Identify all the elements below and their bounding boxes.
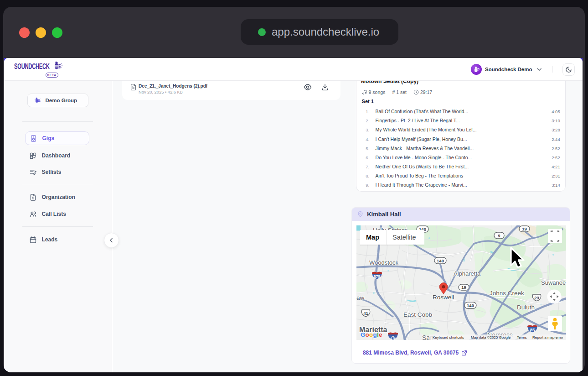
svg-text:Satellite: Satellite [392, 234, 416, 241]
svg-text:140: 140 [437, 258, 444, 263]
svg-text:Suwanee: Suwanee [541, 279, 566, 286]
svg-text:575: 575 [374, 274, 381, 278]
svg-text:Alpharetta: Alpharetta [454, 270, 481, 277]
svg-text:Roswell: Roswell [433, 294, 454, 301]
svg-text:g: g [373, 331, 377, 338]
svg-text:19: 19 [522, 226, 527, 231]
svg-text:75: 75 [391, 334, 396, 339]
svg-text:G: G [361, 331, 366, 338]
svg-text:Map data ©2025 Google: Map data ©2025 Google [471, 335, 511, 339]
svg-text:9: 9 [498, 233, 500, 238]
svg-text:Terms: Terms [517, 335, 527, 339]
svg-text:Keyboard shortcuts: Keyboard shortcuts [433, 335, 464, 339]
svg-text:85: 85 [530, 327, 535, 332]
svg-text:140: 140 [467, 303, 475, 308]
svg-text:o: o [366, 331, 369, 338]
svg-text:Map: Map [366, 234, 379, 241]
svg-text:Duluth: Duluth [517, 304, 535, 311]
svg-text:aw: aw [356, 294, 365, 301]
svg-text:Johns Creek: Johns Creek [490, 290, 524, 297]
svg-text:East Cobb: East Cobb [403, 311, 432, 318]
svg-text:41: 41 [364, 311, 369, 316]
svg-text:19: 19 [462, 285, 467, 290]
svg-text:Woodstock: Woodstock [369, 259, 399, 266]
svg-text:23: 23 [535, 295, 540, 300]
svg-text:Report a map error: Report a map error [532, 335, 563, 339]
svg-text:o: o [369, 331, 373, 338]
svg-text:e: e [379, 331, 382, 338]
